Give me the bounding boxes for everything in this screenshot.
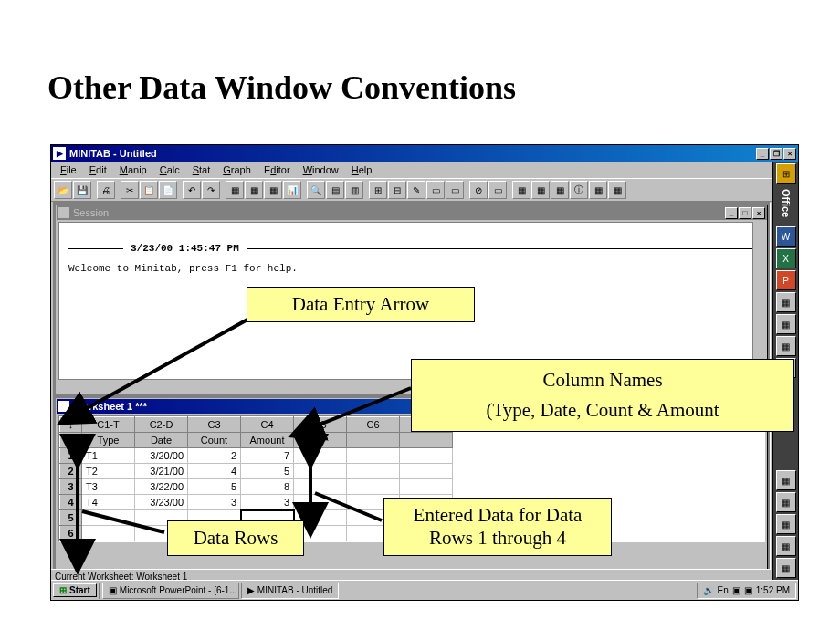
tray-icon[interactable]: 🔊 — [703, 585, 714, 595]
cell[interactable]: 5 — [241, 464, 294, 479]
menu-stat[interactable]: Stat — [187, 163, 216, 176]
name-row-header[interactable] — [60, 433, 82, 448]
tb-icon[interactable]: ▥ — [345, 181, 363, 199]
col-header-c6[interactable]: C6 — [347, 417, 400, 433]
cell[interactable] — [294, 464, 347, 479]
cell[interactable] — [400, 479, 453, 495]
row-header[interactable]: 4 — [60, 495, 82, 510]
tb-icon[interactable]: ▦ — [551, 181, 569, 199]
app-icon[interactable]: ▦ — [776, 536, 796, 556]
tray-icon[interactable]: En — [718, 585, 729, 595]
tray-icon[interactable]: ▣ — [744, 585, 752, 595]
cell[interactable] — [347, 479, 400, 495]
session-titlebar[interactable]: Session _ □ × — [57, 205, 767, 220]
cell[interactable] — [82, 526, 135, 541]
app-icon[interactable]: ▦ — [776, 314, 796, 334]
cell[interactable]: 5 — [188, 479, 241, 495]
tb-icon[interactable]: ▤ — [326, 181, 344, 199]
tb-icon[interactable]: ▦ — [589, 181, 607, 199]
tb-icon[interactable]: ▦ — [531, 181, 550, 199]
menu-manip[interactable]: Manip — [114, 163, 152, 176]
tb-icon[interactable]: 📊 — [283, 181, 301, 199]
col-header-c1[interactable]: C1-T — [82, 417, 135, 433]
find-icon[interactable]: 🔍 — [307, 181, 325, 199]
tb-icon[interactable]: ▦ — [226, 181, 244, 199]
cell[interactable] — [347, 448, 400, 464]
tb-icon[interactable]: ▦ — [245, 181, 263, 199]
cell[interactable]: 3 — [188, 495, 241, 510]
row-header[interactable]: 2 — [60, 464, 82, 479]
tb-icon[interactable]: ▦ — [264, 181, 282, 199]
cell[interactable]: 8 — [241, 479, 294, 495]
tray-icon[interactable]: ▣ — [732, 585, 740, 595]
info-icon[interactable]: ⓘ — [570, 181, 588, 199]
open-icon[interactable]: 📂 — [54, 181, 72, 199]
cell[interactable]: 4 — [188, 464, 241, 479]
menu-window[interactable]: Window — [298, 163, 344, 176]
redo-icon[interactable]: ↷ — [202, 181, 220, 199]
print-icon[interactable]: 🖨 — [97, 181, 115, 199]
cell[interactable]: 3/22/00 — [135, 479, 188, 495]
cell[interactable]: T3 — [82, 479, 135, 495]
cell[interactable]: T4 — [82, 495, 135, 510]
session-min-button[interactable]: _ — [725, 207, 738, 219]
col-name-type[interactable]: Type — [82, 433, 135, 448]
col-header-c4[interactable]: C4 — [241, 417, 294, 433]
cell[interactable] — [400, 464, 453, 479]
app-icon[interactable]: ▦ — [776, 558, 796, 578]
menu-edit[interactable]: Edit — [84, 163, 112, 176]
session-max-button[interactable]: □ — [739, 207, 751, 219]
copy-icon[interactable]: 📋 — [140, 181, 158, 199]
data-entry-arrow[interactable]: ↓ — [60, 417, 82, 433]
menu-help[interactable]: Help — [346, 163, 378, 176]
tb-icon[interactable]: ▦ — [608, 181, 626, 199]
tb-icon[interactable]: ▭ — [446, 181, 464, 199]
cancel-icon[interactable]: ⊘ — [469, 181, 488, 199]
close-button[interactable]: × — [783, 148, 796, 160]
tb-icon[interactable]: ⊟ — [388, 181, 406, 199]
cell[interactable]: 3/21/00 — [135, 464, 188, 479]
menu-editor[interactable]: Editor — [258, 163, 296, 176]
col-header-c5[interactable]: C5 — [294, 417, 347, 433]
word-icon[interactable]: W — [776, 226, 796, 247]
minimize-button[interactable]: _ — [756, 148, 769, 160]
row-header[interactable]: 1 — [60, 448, 82, 464]
col-name-empty[interactable] — [294, 433, 347, 448]
app-icon[interactable]: ▦ — [776, 292, 796, 312]
cut-icon[interactable]: ✂ — [121, 181, 139, 199]
system-tray[interactable]: 🔊 En ▣ ▣ 1:52 PM — [697, 583, 796, 599]
app-icon[interactable]: ▦ — [776, 514, 796, 534]
cell[interactable] — [82, 510, 135, 526]
cell[interactable]: T1 — [82, 448, 135, 464]
tb-icon[interactable]: ▦ — [512, 181, 530, 199]
cell[interactable]: 3/20/00 — [135, 448, 188, 464]
cell[interactable]: T2 — [82, 464, 135, 479]
start-button[interactable]: ⊞ Start — [53, 583, 97, 597]
app-icon[interactable]: ▦ — [776, 336, 796, 356]
menu-calc[interactable]: Calc — [154, 163, 185, 176]
row-header[interactable]: 3 — [60, 479, 82, 495]
taskbar-item-powerpoint[interactable]: ▣ Microsoft PowerPoint - [6-1... — [102, 583, 239, 599]
cell[interactable] — [294, 479, 347, 495]
session-close-button[interactable]: × — [752, 207, 765, 219]
col-name-empty[interactable] — [400, 433, 453, 448]
office-icon[interactable]: ⊞ — [776, 163, 796, 184]
row-header[interactable]: 6 — [60, 526, 82, 541]
menu-graph[interactable]: Graph — [217, 163, 257, 176]
col-name-empty[interactable] — [347, 433, 400, 448]
save-icon[interactable]: 💾 — [73, 181, 91, 199]
tb-icon[interactable]: ✎ — [407, 181, 425, 199]
col-name-amount[interactable]: Amount — [241, 433, 294, 448]
cell[interactable]: 7 — [241, 448, 294, 464]
tb-icon[interactable]: ▭ — [488, 181, 507, 199]
paste-icon[interactable]: 📄 — [159, 181, 177, 199]
tb-icon[interactable]: ▭ — [426, 181, 445, 199]
col-name-count[interactable]: Count — [188, 433, 241, 448]
taskbar-item-minitab[interactable]: ▶ MINITAB - Untitled — [241, 583, 340, 599]
maximize-button[interactable]: ❐ — [770, 148, 782, 160]
cell[interactable]: 3/23/00 — [135, 495, 188, 510]
col-header-c3[interactable]: C3 — [188, 417, 241, 433]
cell[interactable] — [347, 464, 400, 479]
col-header-c2[interactable]: C2-D — [135, 417, 188, 433]
menu-file[interactable]: File — [55, 163, 82, 176]
